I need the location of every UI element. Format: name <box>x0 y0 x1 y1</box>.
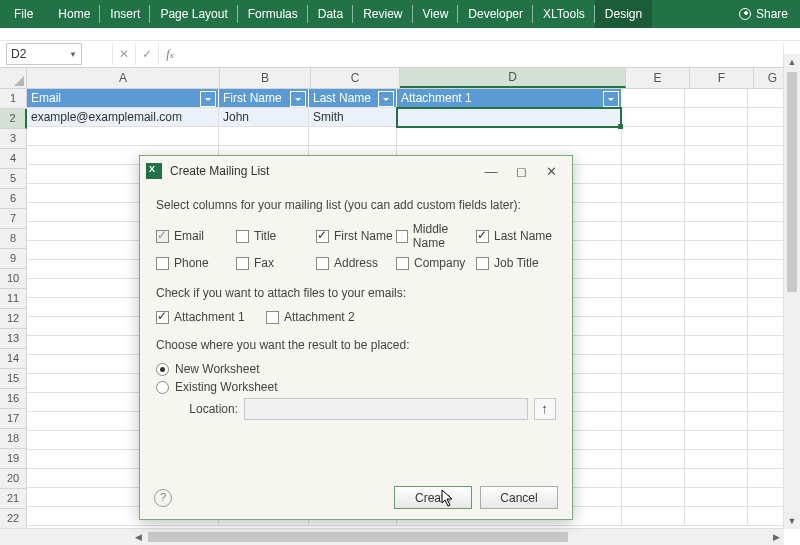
cell-A3[interactable] <box>27 127 219 146</box>
cell-G19[interactable] <box>748 431 785 450</box>
row-header-3[interactable]: 3 <box>0 129 27 149</box>
select-all-corner[interactable] <box>0 68 27 88</box>
row-header-21[interactable]: 21 <box>0 489 27 509</box>
cell-D1[interactable]: Attachment 1 <box>397 89 622 108</box>
chevron-down-icon[interactable]: ▼ <box>69 50 77 59</box>
cell-G20[interactable] <box>748 450 785 469</box>
maximize-icon[interactable]: ◻ <box>506 158 536 184</box>
column-header-E[interactable]: E <box>626 68 690 88</box>
ribbon-tab-design[interactable]: Design <box>595 0 652 28</box>
ribbon-tab-formulas[interactable]: Formulas <box>238 0 308 28</box>
minimize-icon[interactable]: — <box>476 158 506 184</box>
cell-G10[interactable] <box>748 260 785 279</box>
cell-E12[interactable] <box>622 298 685 317</box>
ribbon-tab-insert[interactable]: Insert <box>100 0 150 28</box>
checkbox-phone[interactable] <box>156 257 169 270</box>
checkbox-company[interactable] <box>396 257 409 270</box>
vertical-scrollbar[interactable]: ▲ ▼ <box>783 54 800 529</box>
row-header-7[interactable]: 7 <box>0 209 27 229</box>
field-middle-name[interactable]: Middle Name <box>396 222 476 250</box>
row-header-6[interactable]: 6 <box>0 189 27 209</box>
cell-G2[interactable] <box>748 108 785 127</box>
cell-F4[interactable] <box>685 146 748 165</box>
radio-existing-worksheet-input[interactable] <box>156 381 169 394</box>
cell-G9[interactable] <box>748 241 785 260</box>
field-email[interactable]: Email <box>156 222 236 250</box>
cell-E22[interactable] <box>622 488 685 507</box>
cell-F22[interactable] <box>685 488 748 507</box>
horizontal-scroll-thumb[interactable] <box>148 532 568 542</box>
cell-E13[interactable] <box>622 317 685 336</box>
row-header-15[interactable]: 15 <box>0 369 27 389</box>
cell-E17[interactable] <box>622 393 685 412</box>
row-header-16[interactable]: 16 <box>0 389 27 409</box>
column-header-A[interactable]: A <box>27 68 220 88</box>
cell-G3[interactable] <box>748 127 785 146</box>
cell-F18[interactable] <box>685 412 748 431</box>
cell-G5[interactable] <box>748 165 785 184</box>
row-header-9[interactable]: 9 <box>0 249 27 269</box>
close-icon[interactable]: ✕ <box>536 158 566 184</box>
help-icon[interactable]: ? <box>154 489 172 507</box>
cell-D2[interactable] <box>397 108 622 127</box>
row-header-1[interactable]: 1 <box>0 89 27 109</box>
cell-E19[interactable] <box>622 431 685 450</box>
cell-F17[interactable] <box>685 393 748 412</box>
cell-E21[interactable] <box>622 469 685 488</box>
row-header-14[interactable]: 14 <box>0 349 27 369</box>
checkbox-fax[interactable] <box>236 257 249 270</box>
cell-F14[interactable] <box>685 336 748 355</box>
dialog-titlebar[interactable]: Create Mailing List — ◻ ✕ <box>140 156 572 186</box>
radio-existing-worksheet[interactable]: Existing Worksheet <box>156 380 556 394</box>
ribbon-tab-developer[interactable]: Developer <box>458 0 533 28</box>
cell-A2[interactable]: example@examplemail.com <box>27 108 219 127</box>
cell-G11[interactable] <box>748 279 785 298</box>
name-box[interactable]: D2 ▼ <box>6 43 82 65</box>
field-phone[interactable]: Phone <box>156 256 236 270</box>
cell-F2[interactable] <box>685 108 748 127</box>
cell-F19[interactable] <box>685 431 748 450</box>
ribbon-tab-home[interactable]: Home <box>48 0 100 28</box>
cell-E11[interactable] <box>622 279 685 298</box>
row-header-10[interactable]: 10 <box>0 269 27 289</box>
cell-F1[interactable] <box>685 89 748 108</box>
field-last-name[interactable]: Last Name <box>476 222 556 250</box>
cell-G16[interactable] <box>748 374 785 393</box>
row-header-11[interactable]: 11 <box>0 289 27 309</box>
row-header-18[interactable]: 18 <box>0 429 27 449</box>
cell-E6[interactable] <box>622 184 685 203</box>
cell-G23[interactable] <box>748 507 785 526</box>
cell-E20[interactable] <box>622 450 685 469</box>
cell-F11[interactable] <box>685 279 748 298</box>
checkbox-attachment-2[interactable] <box>266 311 279 324</box>
column-header-D[interactable]: D <box>400 68 626 88</box>
field-title[interactable]: Title <box>236 222 316 250</box>
checkbox-first-name[interactable] <box>316 230 329 243</box>
cell-G1[interactable] <box>748 89 785 108</box>
radio-new-worksheet-input[interactable] <box>156 363 169 376</box>
scroll-right-icon[interactable]: ▶ <box>768 529 784 545</box>
row-header-8[interactable]: 8 <box>0 229 27 249</box>
row-header-19[interactable]: 19 <box>0 449 27 469</box>
row-header-17[interactable]: 17 <box>0 409 27 429</box>
field-job-title[interactable]: Job Title <box>476 256 556 270</box>
filter-icon[interactable] <box>378 91 394 107</box>
filter-icon[interactable] <box>200 91 216 107</box>
cell-E16[interactable] <box>622 374 685 393</box>
radio-new-worksheet[interactable]: New Worksheet <box>156 362 556 376</box>
cell-B2[interactable]: John <box>219 108 309 127</box>
cell-F7[interactable] <box>685 203 748 222</box>
row-header-12[interactable]: 12 <box>0 309 27 329</box>
cell-C3[interactable] <box>309 127 397 146</box>
cell-F20[interactable] <box>685 450 748 469</box>
field-address[interactable]: Address <box>316 256 396 270</box>
row-header-13[interactable]: 13 <box>0 329 27 349</box>
scroll-up-icon[interactable]: ▲ <box>784 54 800 70</box>
formula-input[interactable] <box>181 43 783 65</box>
cell-G21[interactable] <box>748 469 785 488</box>
fx-icon[interactable]: fx <box>158 43 181 65</box>
attach-attachment-1[interactable]: Attachment 1 <box>156 310 266 324</box>
cell-D3[interactable] <box>397 127 622 146</box>
checkbox-attachment-1[interactable] <box>156 311 169 324</box>
cell-F21[interactable] <box>685 469 748 488</box>
